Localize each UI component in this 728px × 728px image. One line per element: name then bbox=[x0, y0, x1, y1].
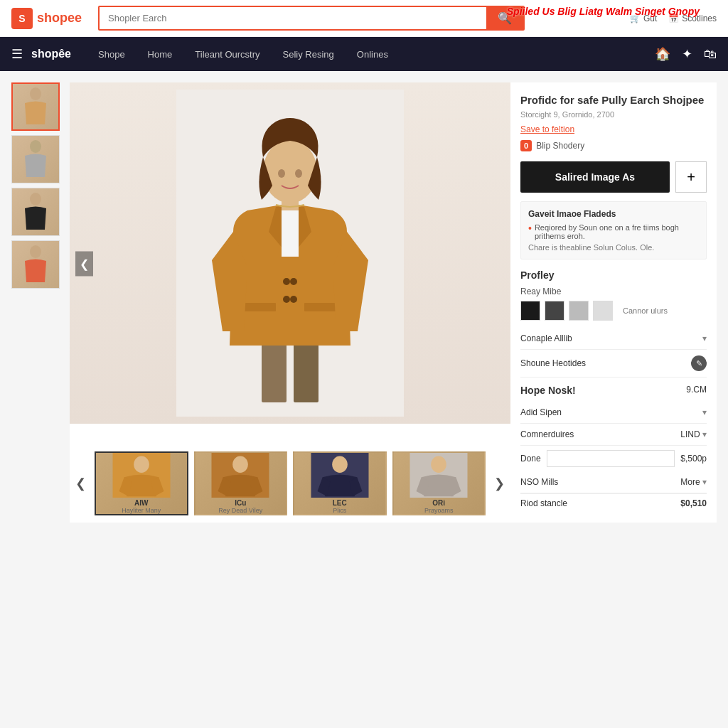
calendar-label: Scotlines bbox=[682, 14, 717, 23]
add-sipen-row[interactable]: Adid Sipen ▾ bbox=[520, 402, 707, 424]
edit-icon[interactable]: ✎ bbox=[691, 355, 707, 371]
thumbnail-2[interactable] bbox=[11, 135, 60, 183]
calendar-action[interactable]: 📅 Scotlines bbox=[668, 14, 717, 23]
dropdown-arrow-com: ▾ bbox=[702, 429, 707, 439]
add-to-cart-row: Salired Image As + bbox=[520, 161, 707, 193]
thumb-figure-4 bbox=[12, 241, 59, 288]
bottom-thumb-4-sublabel: Prayoams bbox=[424, 507, 454, 514]
svg-rect-13 bbox=[304, 303, 340, 311]
dropdown-arrow-1: ▾ bbox=[702, 333, 707, 343]
bottom-next-button[interactable]: ❯ bbox=[491, 476, 508, 491]
svg-point-9 bbox=[283, 296, 290, 303]
nav-home-icon[interactable]: 🏠 bbox=[655, 46, 670, 62]
svg-point-11 bbox=[290, 296, 297, 303]
dropdown-1[interactable]: Conaple Alllib ▾ bbox=[520, 328, 707, 350]
bottom-thumb-3-label: LEC bbox=[333, 499, 347, 507]
nso-mills-row: NSO Mills More ▾ bbox=[520, 471, 707, 493]
bottom-thumb-4[interactable]: ORi Prayoams bbox=[392, 451, 486, 515]
done-row: Done $,500p bbox=[520, 446, 707, 471]
top-actions: 🛒 Gut 📅 Scotlines bbox=[630, 14, 717, 23]
nav-icons: 🏠 ✦ 🛍 bbox=[655, 46, 717, 62]
bottom-thumb-1-label: AIW bbox=[134, 499, 148, 507]
search-bar: 🔍 bbox=[98, 6, 525, 31]
nav-item-tileant[interactable]: Tileant Ourcstry bbox=[185, 37, 269, 71]
dropdown-arrow-more: ▾ bbox=[702, 477, 707, 487]
dropdown-arrow-sipen: ▾ bbox=[702, 407, 707, 417]
dropdown-2[interactable]: Shoune Heotides ✎ bbox=[520, 350, 707, 378]
thumbnail-3[interactable] bbox=[11, 188, 60, 236]
logo-area: S shopee bbox=[11, 8, 90, 29]
svg-point-15 bbox=[263, 139, 317, 203]
main-image-area: ❮ bbox=[70, 82, 510, 444]
nav-cart-icon[interactable]: 🛍 bbox=[704, 47, 717, 62]
blip-badge: 0 bbox=[520, 140, 532, 151]
save-link[interactable]: Save to feltion bbox=[520, 124, 707, 134]
svg-point-3 bbox=[30, 245, 41, 258]
color-swatches: Cannor ulurs bbox=[520, 301, 707, 321]
thumb-figure-3 bbox=[12, 188, 59, 235]
thumbnail-column bbox=[11, 82, 63, 523]
swatch-darkgray[interactable] bbox=[545, 301, 564, 321]
swatch-silver[interactable] bbox=[593, 301, 613, 321]
svg-rect-12 bbox=[240, 303, 276, 311]
bottom-thumb-3[interactable]: LEC Plics bbox=[293, 451, 387, 515]
section-profile-title: Profley bbox=[520, 269, 707, 281]
info-box-title: Gaveit Imaoe Fladeds bbox=[528, 209, 699, 219]
plus-button[interactable]: + bbox=[675, 161, 707, 193]
calendar-icon: 📅 bbox=[668, 14, 679, 23]
done-label: Done bbox=[520, 454, 541, 464]
svg-point-10 bbox=[290, 278, 297, 285]
add-sipen-label: Adid Sipen bbox=[520, 407, 562, 417]
bottom-thumb-2-label: ICu bbox=[235, 499, 246, 507]
main-content: ❮ bbox=[0, 71, 728, 534]
nav-item-seliy[interactable]: Seliy Resing bbox=[273, 37, 344, 71]
swatch-lightgray[interactable] bbox=[569, 301, 589, 321]
swatch-black[interactable] bbox=[520, 301, 540, 321]
product-title: Profidc for safe Pully Earch Shojpee bbox=[520, 92, 707, 107]
cart-action[interactable]: 🛒 Gut bbox=[630, 14, 657, 23]
svg-point-16 bbox=[278, 169, 285, 178]
info-box: Gaveit Imaoe Fladeds • Reqiored by Soun … bbox=[520, 201, 707, 259]
product-image-svg bbox=[176, 90, 404, 417]
thumbnail-4[interactable] bbox=[11, 240, 60, 289]
more-dropdown[interactable]: More ▾ bbox=[680, 477, 707, 487]
svg-point-1 bbox=[30, 140, 41, 153]
riod-row: Riod stancle $0,510 bbox=[520, 493, 707, 513]
riod-label: Riod stancle bbox=[520, 498, 567, 508]
bottom-thumbnails-row: ❮ AIW Hayliter Many bbox=[70, 444, 510, 523]
comnerduires-label: Comnerduires bbox=[520, 429, 574, 439]
thumb-figure-1 bbox=[13, 84, 58, 129]
nav-item-home[interactable]: Home bbox=[138, 37, 183, 71]
svg-point-8 bbox=[283, 278, 290, 285]
search-button[interactable]: 🔍 bbox=[486, 7, 523, 29]
done-input[interactable] bbox=[547, 450, 675, 467]
nav-logo: shopêe bbox=[31, 48, 71, 60]
logo-icon: S bbox=[11, 8, 33, 29]
image-prev-button[interactable]: ❮ bbox=[75, 251, 93, 276]
product-subtitle: Storcight 9, Grornido, 2700 bbox=[520, 110, 707, 119]
nav-gift-icon[interactable]: ✦ bbox=[682, 46, 692, 62]
bottom-thumb-2[interactable]: ICu Rey Dead Viley bbox=[194, 451, 288, 515]
product-info-panel: Profidc for safe Pully Earch Shojpee Sto… bbox=[510, 82, 717, 523]
done-value: $,500p bbox=[680, 454, 707, 464]
comnerduires-value: LIND ▾ bbox=[680, 429, 707, 439]
nav-item-shope[interactable]: Shope bbox=[88, 37, 135, 71]
add-to-cart-button[interactable]: Salired Image As bbox=[520, 161, 670, 193]
bottom-thumb-4-label: ORi bbox=[432, 499, 445, 507]
info-box-item-1: • Reqiored by Soun one on a fre tiims bo… bbox=[528, 223, 699, 240]
logo-text: shopee bbox=[37, 11, 82, 26]
hamburger-icon[interactable]: ☰ bbox=[11, 46, 23, 62]
svg-point-23 bbox=[332, 456, 348, 473]
header: S shopee 🔍 🛒 Gut 📅 Scotlines bbox=[0, 0, 728, 37]
blip-text: Blip Shodery bbox=[536, 141, 584, 151]
bottom-prev-button[interactable]: ❮ bbox=[73, 476, 89, 491]
dropdown-1-label: Conaple Alllib bbox=[520, 333, 572, 343]
image-panel: ❮ bbox=[70, 82, 510, 523]
hope-value: 9.CM bbox=[686, 385, 707, 395]
nav-item-onllines[interactable]: Onlines bbox=[347, 37, 398, 71]
thumbnail-1[interactable] bbox=[11, 82, 60, 131]
bottom-thumb-1[interactable]: AIW Hayliter Many bbox=[95, 451, 188, 515]
dropdown-2-label: Shoune Heotides bbox=[520, 358, 586, 368]
search-input[interactable] bbox=[100, 7, 486, 29]
swatch-note: Cannor ulurs bbox=[623, 306, 668, 315]
